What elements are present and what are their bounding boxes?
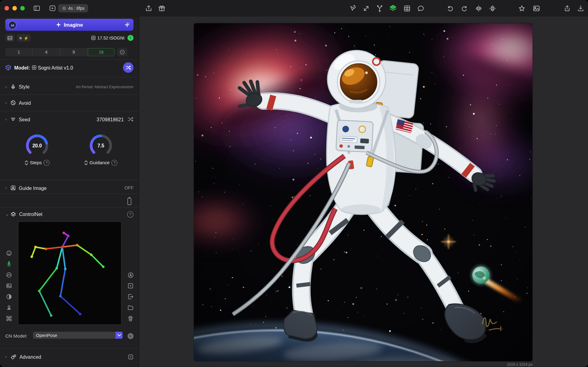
cn-model-value: OpenPose (33, 333, 115, 338)
add-sparkle-icon[interactable] (125, 22, 130, 27)
zoom-button[interactable] (20, 6, 25, 11)
frame-center-icon[interactable] (126, 282, 135, 289)
flip-horizontal-icon[interactable] (475, 5, 482, 12)
controlnet-help-icon[interactable]: ? (127, 211, 134, 218)
imagine-label: Imagine (64, 22, 83, 28)
pen-nib-icon (10, 84, 16, 89)
auto-detect-icon[interactable] (126, 272, 135, 278)
generated-image[interactable] (194, 23, 533, 361)
upload-box-icon[interactable] (145, 5, 152, 12)
branch-icon[interactable] (376, 5, 383, 12)
batch-option-9[interactable]: 9 (60, 48, 88, 56)
advanced-section[interactable]: › Advanced (0, 351, 139, 362)
download-icon[interactable] (577, 5, 584, 12)
chevron-right-icon: › (5, 84, 10, 89)
openpose-skeleton (18, 222, 120, 324)
chevron-right-icon: › (5, 117, 10, 122)
battery-icon[interactable] (127, 197, 132, 206)
model-label: Model: (14, 65, 30, 70)
style-section[interactable]: › Style Art Period: Abstract Expressioni… (0, 80, 139, 93)
style-label: Style (19, 84, 29, 89)
batch-size-selector: 1 4 9 16 (5, 48, 115, 56)
folder-icon[interactable] (126, 304, 135, 311)
guidance-dial[interactable]: 7.5 Guidance ? (80, 134, 122, 166)
controlnet-label: ControlNet (19, 211, 42, 217)
advanced-label: Advanced (20, 354, 41, 359)
pattern-icon[interactable] (5, 315, 13, 322)
token-balance: 17.52 tSOGNI (97, 36, 124, 40)
depth-icon[interactable] (5, 293, 13, 300)
scribble-icon[interactable] (5, 272, 13, 278)
sparkles-icon (56, 22, 61, 27)
gear-icon (62, 6, 66, 11)
titlebar: 4s : 8fps (0, 0, 588, 17)
resize-arrow-icon[interactable] (362, 5, 370, 12)
controlnet-pose-preview[interactable] (18, 221, 122, 325)
guidance-help-icon[interactable]: ? (111, 160, 118, 166)
close-button[interactable] (5, 6, 9, 11)
app-window: 4s : 8fps (0, 0, 588, 367)
controlnet-type-strip (5, 250, 14, 322)
gallery-icon[interactable] (533, 5, 540, 12)
imagine-button[interactable]: 16 Imagine (5, 19, 134, 31)
avoid-section[interactable]: › Avoid (0, 97, 139, 109)
stepper-chevrons-icon[interactable] (84, 160, 88, 165)
meta-row: ❄ ⚡ 17.52 tSOGNI i (0, 34, 139, 42)
minimize-button[interactable] (12, 6, 17, 11)
info-icon[interactable]: i (127, 35, 134, 41)
steps-help-icon[interactable]: ? (44, 160, 50, 166)
cn-model-dropdown[interactable]: OpenPose (33, 331, 123, 339)
gift-icon[interactable] (158, 5, 165, 12)
sidebar-toggle-icon[interactable] (33, 5, 40, 12)
portrait-icon[interactable] (5, 304, 13, 311)
export-pose-icon[interactable] (126, 293, 135, 300)
seed-icon (10, 117, 16, 122)
star-icon[interactable] (518, 5, 525, 12)
guide-image-section[interactable]: › Guide Image OFF (0, 182, 139, 194)
model-badge-icon (32, 65, 36, 70)
rotate-left-icon[interactable] (446, 5, 454, 12)
decrease-batch-button[interactable] (117, 48, 127, 56)
face-icon[interactable] (5, 250, 13, 257)
chat-icon[interactable] (417, 5, 424, 12)
steps-dial[interactable]: 20.0 Steps ? (17, 134, 58, 166)
seed-value[interactable]: 3709818621 (97, 116, 124, 122)
chevron-right-icon: › (5, 100, 10, 105)
model-name: Sogni Artist v1.0 (38, 65, 73, 70)
pose-tools-strip (126, 272, 135, 322)
image-ref-icon[interactable] (5, 282, 13, 289)
batch-option-1[interactable]: 1 (5, 48, 33, 56)
vignette (194, 23, 533, 361)
prohibit-icon (10, 100, 16, 105)
swap-model-button[interactable] (123, 62, 134, 73)
grid-icon[interactable] (403, 5, 410, 12)
batch-option-16[interactable]: 16 (88, 48, 115, 56)
bolt-icon: ⚡ (24, 36, 28, 40)
steps-label: Steps (30, 160, 42, 165)
batch-count-badge: 16 (8, 21, 17, 29)
rotate-right-icon[interactable] (461, 5, 468, 12)
remove-controlnet-button[interactable]: ✕ (127, 333, 134, 339)
pose-icon[interactable] (5, 261, 13, 267)
chevron-down-icon (115, 331, 123, 339)
seed-section[interactable]: › Seed 3709818621 (0, 113, 139, 125)
batch-option-4[interactable]: 4 (33, 48, 60, 56)
gallery-toggle[interactable] (5, 34, 15, 41)
stepper-chevrons-icon[interactable] (24, 160, 28, 165)
share-icon[interactable] (563, 5, 571, 12)
guide-image-label: Guide Image (19, 185, 47, 191)
panel-toggle-icon[interactable] (128, 354, 134, 359)
render-mode-toggle[interactable]: ❄ ⚡ (17, 34, 31, 41)
model-row[interactable]: Model: Sogni Artist v1.0 (0, 61, 139, 74)
controlnet-section[interactable]: ⌄ ControlNet ? (0, 209, 139, 219)
fps-settings-pill[interactable]: 4s : 8fps (58, 4, 89, 12)
token-icon (91, 36, 96, 40)
layers-icon[interactable] (389, 5, 397, 12)
flip-vertical-icon[interactable] (489, 5, 496, 12)
guidance-label: Guidance (89, 160, 110, 165)
pointer-sparkle-icon[interactable] (349, 5, 356, 12)
animation-icon[interactable] (49, 5, 56, 12)
cn-model-row: CN Model: OpenPose ✕ (0, 331, 139, 340)
trash-icon[interactable] (126, 315, 135, 322)
shuffle-seed-icon[interactable] (127, 117, 134, 122)
